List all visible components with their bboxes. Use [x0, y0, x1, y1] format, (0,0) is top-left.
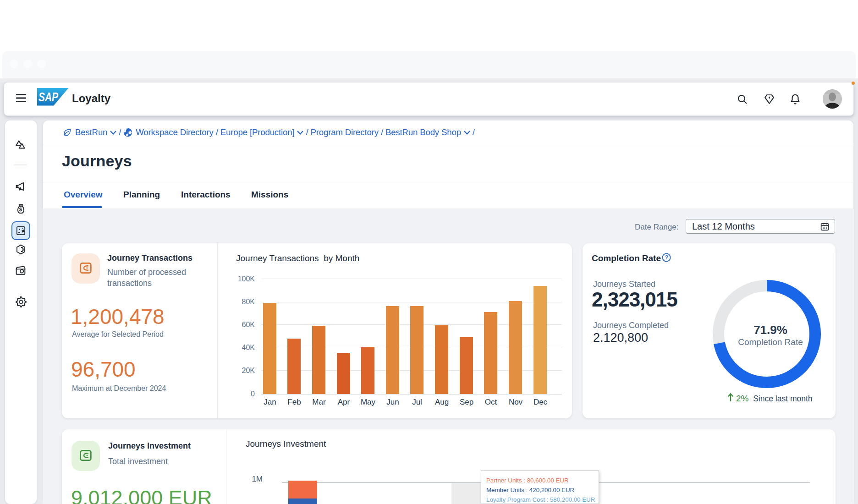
svg-text:SAP: SAP — [38, 90, 59, 104]
svg-text:?: ? — [665, 254, 668, 261]
svg-text:$: $ — [19, 207, 22, 212]
